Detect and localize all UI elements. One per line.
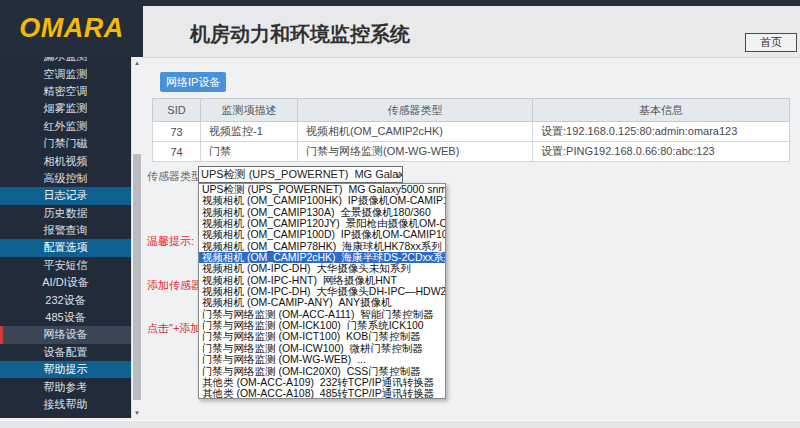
dropdown-option[interactable]: 视频相机 (OM-IPC-DH) 大华摄像头DH-IPC—HDW2221C	[199, 286, 445, 297]
scroll-down-icon[interactable]: ▼	[132, 407, 142, 418]
table-cell-sensor-type: 门禁与网络监测(OM-WG-WEB)	[298, 142, 533, 162]
sensor-type-select-value: UPS检测 (UPS_POWERNET) MG Galaxy5000 s	[201, 167, 403, 182]
dropdown-option[interactable]: UPS检测 (UPS_POWERNET) MG Galaxy5000 snmp	[199, 184, 445, 195]
sidebar-item-safety-sms[interactable]: 平安短信	[0, 257, 131, 274]
table-cell-basic-info: 设置:192.168.0.125:80:admin:omara123	[533, 122, 790, 142]
network-ip-device-button[interactable]: 网络IP设备	[160, 72, 226, 92]
sidebar-item-precision-ac[interactable]: 精密空调	[0, 83, 131, 100]
table-cell-basic-info: 设置:PING192.168.0.66:80:abc:123	[533, 142, 790, 162]
sidebar-item-history-data[interactable]: 历史数据	[0, 205, 131, 222]
column-header-sid: SID	[153, 99, 201, 122]
column-header-basic-info: 基本信息	[533, 99, 790, 122]
column-header-description: 监测项描述	[201, 99, 298, 122]
dropdown-option[interactable]: 门禁与网络监测 (OM-WG-WEB) ...	[199, 354, 445, 365]
sidebar-item-help-reference[interactable]: 帮助参考	[0, 378, 131, 395]
logo-text: OMARA	[19, 13, 124, 44]
scrollbar-thumb[interactable]	[133, 154, 141, 400]
logo: OMARA	[0, 0, 143, 57]
sidebar-item-infrared[interactable]: 红外监测	[0, 118, 131, 135]
sidebar: 漏水监测 空调监测 精密空调 烟雾监测 红外监测 门禁门磁 相机视频 高级控制 …	[0, 57, 131, 418]
sidebar-item-device-config[interactable]: 设备配置	[0, 344, 131, 361]
sidebar-item-advanced-control[interactable]: 高级控制	[0, 170, 131, 187]
dropdown-option[interactable]: 门禁与网络监测 (OM-ACC-A111) 智能门禁控制器	[199, 309, 445, 320]
dropdown-option[interactable]: 视频相机 (OM-IPC-HNT) 网络摄像机HNT	[199, 275, 445, 286]
sensor-type-dropdown: UPS检测 (UPS_POWERNET) MG Galaxy5000 snmp …	[198, 183, 446, 399]
table-cell-sid: 73	[153, 122, 201, 142]
sidebar-item-485-device[interactable]: 485设备	[0, 309, 131, 326]
sidebar-item-air-conditioning[interactable]: 空调监测	[0, 65, 131, 82]
table-row[interactable]: 74 门禁 门禁与网络监测(OM-WG-WEB) 设置:PING192.168.…	[153, 142, 790, 162]
sidebar-section-log-record[interactable]: 日志记录	[0, 187, 131, 204]
table-row[interactable]: 73 视频监控-1 视频相机(OM_CAMIP2cHK) 设置:192.168.…	[153, 122, 790, 142]
dropdown-option[interactable]: 门禁与网络监测 (OM-ICT100) KOB门禁控制器	[199, 331, 445, 342]
sidebar-item-wiring-help[interactable]: 接线帮助	[0, 396, 131, 413]
table-cell-description: 门禁	[201, 142, 298, 162]
sidebar-menu: 漏水监测 空调监测 精密空调 烟雾监测 红外监测 门禁门磁 相机视频 高级控制 …	[0, 57, 131, 413]
sidebar-item-network-device[interactable]: 网络设备	[0, 326, 131, 343]
dropdown-option[interactable]: 视频相机 (OM-CAMIP-ANY) ANY摄像机	[199, 297, 445, 308]
scroll-up-icon[interactable]: ▲	[132, 57, 142, 68]
sidebar-scrollbar[interactable]: ▲ ▼	[131, 57, 141, 418]
dropdown-option-selected[interactable]: 视频相机 (OM_CAMIP2cHK) 海康半球DS-2CDxx系列	[199, 252, 445, 263]
home-button[interactable]: 首页	[745, 33, 797, 52]
sidebar-item-232-device[interactable]: 232设备	[0, 291, 131, 308]
sensor-type-label: 传感器类型:	[147, 169, 205, 184]
column-header-sensor-type: 传感器类型	[298, 99, 533, 122]
dropdown-option[interactable]: 视频相机 (OM_CAMIP100HK) IP摄像机OM-CAMIP100HK	[199, 195, 445, 206]
dropdown-option[interactable]: 视频相机 (OM_CAMIP100D) IP摄像机OM-CAMIP100D 大架…	[199, 229, 445, 240]
page-title: 机房动力和环境监控系统	[190, 21, 410, 48]
sidebar-item-alarm-query[interactable]: 报警查询	[0, 222, 131, 239]
sidebar-item-smoke[interactable]: 烟雾监测	[0, 100, 131, 117]
dropdown-option[interactable]: 门禁与网络监测 (OM-ICW100) 微耕门禁控制器	[199, 343, 445, 354]
dropdown-option[interactable]: 视频相机 (OM-IPC-DH) 大华摄像头未知系列	[199, 263, 445, 274]
sidebar-item-ai-di-device[interactable]: AI/DI设备	[0, 274, 131, 291]
table-header-row: SID 监测项描述 传感器类型 基本信息	[153, 99, 790, 122]
dropdown-option[interactable]: 其他类 (OM-ACC-A109) 232转TCP/IP通讯转换器	[199, 377, 445, 388]
footer-strip	[0, 420, 800, 428]
dropdown-option[interactable]: 视频相机 (OM_CAMIP78HK) 海康球机HK78xx系列	[199, 241, 445, 252]
sidebar-section-help-tips[interactable]: 帮助提示	[0, 361, 131, 378]
chevron-down-icon: ∨	[395, 171, 401, 180]
dropdown-option[interactable]: 门禁与网络监测 (OM-ICK100) 门禁系统ICK100	[199, 320, 445, 331]
table-cell-sensor-type: 视频相机(OM_CAMIP2cHK)	[298, 122, 533, 142]
sensor-type-select[interactable]: UPS检测 (UPS_POWERNET) MG Galaxy5000 s ∨	[198, 166, 403, 183]
sidebar-item-water-leak[interactable]: 漏水监测	[0, 57, 131, 65]
sidebar-item-camera-video[interactable]: 相机视频	[0, 152, 131, 169]
device-table: SID 监测项描述 传感器类型 基本信息 73 视频监控-1 视频相机(OM_C…	[152, 98, 790, 162]
dropdown-option[interactable]: 视频相机 (OM_CAMIP130A) 全景摄像机180/360	[199, 207, 445, 218]
dropdown-option[interactable]: 其他类 (OM-ACC-A108) 485转TCP/IP通讯转换器	[199, 388, 445, 398]
dropdown-option[interactable]: 视频相机 (OM_CAMIP120JY) 景阳枪由摄像机OM-CAMIP120J…	[199, 218, 445, 229]
table-cell-sid: 74	[153, 142, 201, 162]
sidebar-item-access-door[interactable]: 门禁门磁	[0, 135, 131, 152]
table-cell-description: 视频监控-1	[201, 122, 298, 142]
sidebar-section-config-options[interactable]: 配置选项	[0, 239, 131, 256]
dropdown-option[interactable]: 门禁与网络监测 (OM-IC20X0) CSS门禁控制器	[199, 366, 445, 377]
